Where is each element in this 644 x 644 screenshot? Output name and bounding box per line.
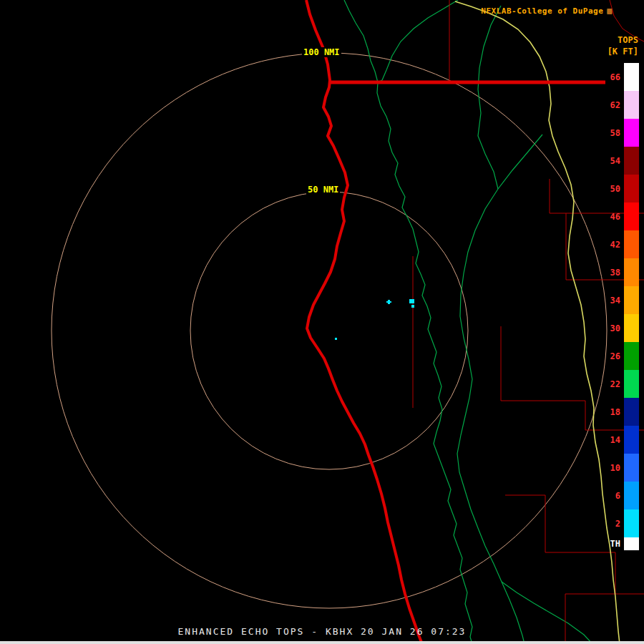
brand-logo-icon: ▩ bbox=[607, 6, 613, 16]
legend-value-label: 42 bbox=[610, 240, 620, 250]
legend-color-swatch bbox=[624, 426, 639, 454]
brand-text: NEXLAB-College of DuPage bbox=[481, 6, 603, 16]
legend-color-swatch bbox=[624, 286, 639, 314]
legend-value-label: 38 bbox=[610, 268, 620, 278]
legend-entry: 54 bbox=[610, 147, 639, 175]
legend-color-swatch bbox=[624, 454, 639, 482]
legend-scale: 66625854504642383430262218141062TH bbox=[610, 63, 639, 550]
legend-value-label: TH bbox=[610, 539, 620, 549]
legend-color-swatch bbox=[624, 482, 639, 509]
legend-entry: 14 bbox=[610, 426, 639, 454]
legend-title: TOPS bbox=[608, 34, 638, 46]
legend-entry: 34 bbox=[610, 286, 639, 314]
river-branch-line bbox=[378, 0, 458, 82]
legend-color-swatch bbox=[624, 63, 639, 91]
legend-color-swatch bbox=[624, 370, 639, 398]
legend-color-swatch bbox=[624, 342, 639, 370]
legend-entry: 30 bbox=[610, 314, 639, 342]
product-title: ENHANCED ECHO TOPS - KBHX 20 JAN 26 07:2… bbox=[0, 626, 644, 637]
legend-value-label: 34 bbox=[610, 296, 620, 306]
legend-color-swatch bbox=[624, 203, 639, 230]
legend-value-label: 22 bbox=[610, 379, 620, 389]
legend-value-label: 46 bbox=[610, 212, 620, 222]
legend-entry: 66 bbox=[610, 63, 639, 91]
legend-value-label: 54 bbox=[610, 156, 620, 166]
legend-value-label: 30 bbox=[610, 323, 620, 333]
legend-value-label: 10 bbox=[610, 463, 620, 473]
legend-entry: TH bbox=[610, 537, 639, 550]
legend-entry: 18 bbox=[610, 398, 639, 426]
legend-color-swatch bbox=[624, 537, 639, 550]
legend-entry: 58 bbox=[610, 119, 639, 147]
legend-value-label: 62 bbox=[610, 100, 620, 110]
legend-color-swatch bbox=[624, 509, 639, 537]
county-boundary-lines bbox=[413, 0, 644, 644]
radar-map-canvas bbox=[0, 0, 644, 644]
bottom-edge-strip bbox=[0, 641, 644, 644]
legend-color-swatch bbox=[624, 91, 639, 119]
legend-color-swatch bbox=[624, 230, 639, 258]
legend-value-label: 18 bbox=[610, 407, 620, 417]
range-ring-label-100nmi: 100 NMI bbox=[302, 47, 341, 57]
legend-units: [K FT] bbox=[608, 46, 638, 57]
legend-value-label: 2 bbox=[615, 519, 620, 529]
us101-highway-line bbox=[306, 0, 422, 644]
legend-value-label: 66 bbox=[610, 72, 620, 82]
legend-color-swatch bbox=[624, 175, 639, 203]
legend-value-label: 14 bbox=[610, 435, 620, 445]
legend-color-swatch bbox=[624, 258, 639, 286]
legend-entry: 46 bbox=[610, 203, 639, 230]
radar-echo-cell bbox=[388, 300, 390, 304]
legend-entry: 10 bbox=[610, 454, 639, 482]
legend-entry: 50 bbox=[610, 175, 639, 203]
legend-value-label: 26 bbox=[610, 351, 620, 361]
brand: NEXLAB-College of DuPage ▩ bbox=[481, 6, 613, 16]
legend-header: TOPS [K FT] bbox=[608, 34, 638, 57]
legend-value-label: 58 bbox=[610, 128, 620, 138]
legend-color-swatch bbox=[624, 119, 639, 147]
radar-echo-cell bbox=[411, 305, 414, 308]
legend-entry: 26 bbox=[610, 342, 639, 370]
legend-entry: 38 bbox=[610, 258, 639, 286]
green-top-right-line bbox=[478, 6, 501, 189]
river-main-line bbox=[344, 0, 472, 644]
legend-entry: 42 bbox=[610, 230, 639, 258]
range-ring-50nmi bbox=[190, 192, 468, 469]
county-green-diagonal-line bbox=[457, 135, 542, 644]
interstate-highway-line bbox=[455, 1, 620, 644]
legend-entry: 2 bbox=[610, 509, 639, 537]
legend-entry: 6 bbox=[610, 482, 639, 509]
legend-value-label: 50 bbox=[610, 184, 620, 194]
legend-entry: 22 bbox=[610, 370, 639, 398]
legend-color-swatch bbox=[624, 314, 639, 342]
legend-color-swatch bbox=[624, 398, 639, 426]
radar-echo-cell bbox=[409, 299, 414, 303]
radar-echo-cell bbox=[335, 338, 337, 340]
legend-value-label: 6 bbox=[615, 491, 620, 501]
legend-color-swatch bbox=[624, 147, 639, 175]
legend-entry: 62 bbox=[610, 91, 639, 119]
range-ring-label-50nmi: 50 NMI bbox=[306, 185, 340, 195]
radar-echoes bbox=[335, 299, 414, 340]
radar-display: NEXLAB-College of DuPage ▩ TOPS [K FT] 6… bbox=[0, 0, 644, 644]
